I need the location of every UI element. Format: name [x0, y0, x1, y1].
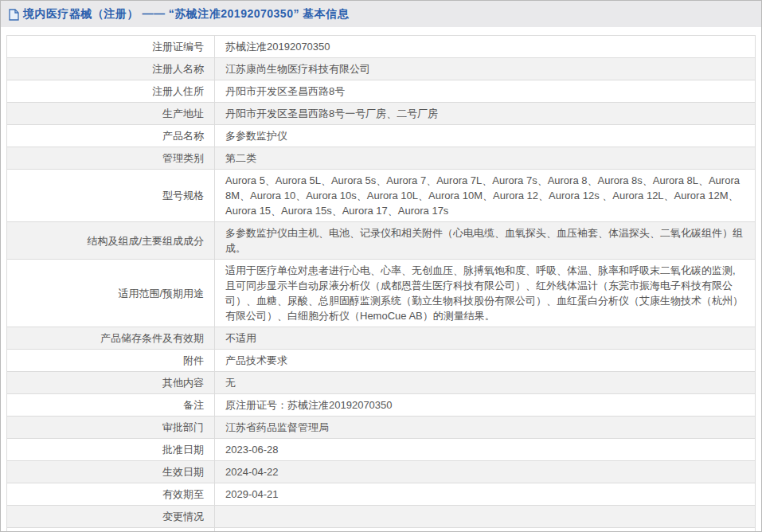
row-value: 江苏康尚生物医疗科技有限公司: [215, 58, 756, 80]
row-value-text: 苏械注准20192070350: [225, 41, 330, 53]
row-label-text: 有效期至: [162, 488, 204, 500]
row-value-text: 2024-04-22: [225, 466, 279, 478]
row-value-text: 多参数监护仪: [225, 130, 287, 142]
row-value: 产品技术要求: [215, 350, 756, 372]
table-row: 生产地址丹阳市开发区圣昌西路8号一号厂房、二号厂房: [7, 103, 756, 125]
row-label: 型号规格: [7, 170, 215, 222]
row-value: 不适用: [215, 327, 756, 350]
row-label: 适用范围/预期用途: [7, 260, 215, 327]
table-row: 注册人名称江苏康尚生物医疗科技有限公司: [7, 58, 756, 80]
row-label: 注册人名称: [7, 58, 215, 80]
row-value-text: 丹阳市开发区圣昌西路8号: [225, 85, 345, 97]
row-label-text: 注册人名称: [152, 63, 204, 75]
row-value: 苏械注准20192070350: [215, 36, 756, 58]
row-label: 附件: [7, 350, 215, 372]
table-row: 产品名称多参数监护仪: [7, 125, 756, 147]
row-label-text: 型号规格: [162, 190, 204, 201]
row-label: 注册人住所: [7, 80, 215, 103]
table-row: 注册人住所丹阳市开发区圣昌西路8号: [7, 80, 756, 103]
row-value-text: 2023-06-28: [225, 444, 279, 456]
row-label-text: 生产地址: [162, 108, 204, 119]
row-label-text: 审批部门: [162, 421, 204, 433]
table-row: 生效日期2024-04-22: [7, 461, 756, 483]
row-label: 产品名称: [7, 125, 215, 147]
row-value: 多参数监护仪: [215, 125, 756, 147]
document-icon: [9, 9, 19, 21]
row-value: 无: [215, 372, 756, 394]
row-value-text: 不适用: [225, 332, 256, 344]
row-value: 第二类: [215, 147, 756, 170]
row-value: Aurora 5、Aurora 5L、Aurora 5s、Aurora 7、Au…: [215, 170, 756, 222]
table-row: 有效期至2029-04-21: [7, 483, 756, 506]
row-value-text: 多参数监护仪由主机、电池、记录仪和相关附件（心电电缆、血氧探头、血压袖套、体温探…: [225, 227, 743, 254]
row-value: 适用于医疗单位对患者进行心电、心率、无创血压、脉搏氧饱和度、呼吸、体温、脉率和呼…: [215, 260, 756, 327]
row-label-text: 结构及组成/主要组成成分: [87, 235, 204, 247]
row-value: 丹阳市开发区圣昌西路8号: [215, 80, 756, 103]
row-value: 2024-04-22: [215, 461, 756, 483]
table-row: 审批部门江苏省药品监督管理局: [7, 417, 756, 439]
row-label: 产品储存条件及有效期: [7, 327, 215, 350]
row-label: 生效日期: [7, 461, 215, 483]
row-label: 管理类别: [7, 147, 215, 170]
row-value: [215, 506, 756, 528]
row-value: 详情: [215, 528, 756, 532]
row-value: 江苏省药品监督管理局: [215, 417, 756, 439]
info-table: 注册证编号苏械注准20192070350注册人名称江苏康尚生物医疗科技有限公司注…: [6, 35, 756, 532]
table-row: 产品储存条件及有效期不适用: [7, 327, 756, 350]
row-label-text: 管理类别: [162, 152, 204, 164]
table-row: 型号规格Aurora 5、Aurora 5L、Aurora 5s、Aurora …: [7, 170, 756, 222]
row-value: 2023-06-28: [215, 439, 756, 461]
row-label: 审批部门: [7, 417, 215, 439]
row-label: 注册证编号: [7, 36, 215, 58]
table-row: 结构及组成/主要组成成分多参数监护仪由主机、电池、记录仪和相关附件（心电电缆、血…: [7, 222, 756, 260]
row-value-text: 适用于医疗单位对患者进行心电、心率、无创血压、脉搏氧饱和度、呼吸、体温、脉率和呼…: [225, 264, 743, 322]
row-label-text: 其他内容: [162, 377, 204, 389]
registration-info-page: 境内医疗器械（注册） —— “苏械注准20192070350” 基本信息 注册证…: [0, 0, 762, 532]
table-row: 变更情况: [7, 506, 756, 528]
title-bar: 境内医疗器械（注册） —— “苏械注准20192070350” 基本信息: [1, 1, 761, 27]
row-label: 有效期至: [7, 483, 215, 506]
row-label: 批准日期: [7, 439, 215, 461]
row-label: 注: [7, 528, 215, 532]
page-title: 境内医疗器械（注册） —— “苏械注准20192070350” 基本信息: [23, 7, 349, 22]
row-label-text: 注册证编号: [152, 41, 204, 53]
row-value-text: 2029-04-21: [225, 488, 279, 500]
row-label-text: 批准日期: [162, 444, 204, 456]
row-value-text: 原注册证号：苏械注准20192070350: [225, 399, 393, 411]
row-label-text: 备注: [183, 399, 204, 411]
row-value-text: Aurora 5、Aurora 5L、Aurora 5s、Aurora 7、Au…: [225, 174, 740, 217]
row-label: 变更情况: [7, 506, 215, 528]
table-row: 批准日期2023-06-28: [7, 439, 756, 461]
table-row: 注册证编号苏械注准20192070350: [7, 36, 756, 58]
row-value-text: 江苏省药品监督管理局: [225, 421, 329, 433]
table-row: 附件产品技术要求: [7, 350, 756, 372]
row-value-text: 产品技术要求: [225, 354, 287, 366]
row-label-text: 附件: [183, 354, 204, 366]
row-label-text: 产品名称: [162, 130, 204, 142]
row-label: 结构及组成/主要组成成分: [7, 222, 215, 260]
row-value: 原注册证号：苏械注准20192070350: [215, 394, 756, 417]
table-row: 管理类别第二类: [7, 147, 756, 170]
row-label-text: 注册人住所: [152, 85, 204, 97]
row-label-text: 生效日期: [162, 466, 204, 478]
row-value: 丹阳市开发区圣昌西路8号一号厂房、二号厂房: [215, 103, 756, 125]
row-label-text: 变更情况: [162, 510, 204, 522]
row-value-text: 无: [225, 377, 236, 389]
row-label: 生产地址: [7, 103, 215, 125]
row-value: 多参数监护仪由主机、电池、记录仪和相关附件（心电电缆、血氧探头、血压袖套、体温探…: [215, 222, 756, 260]
row-value: 2029-04-21: [215, 483, 756, 506]
table-row: 注详情: [7, 528, 756, 532]
row-value-text: 江苏康尚生物医疗科技有限公司: [225, 63, 370, 75]
row-value-text: 第二类: [225, 152, 256, 164]
row-label: 备注: [7, 394, 215, 417]
table-row: 备注原注册证号：苏械注准20192070350: [7, 394, 756, 417]
row-label-text: 适用范围/预期用途: [118, 288, 204, 299]
row-label-text: 产品储存条件及有效期: [100, 332, 204, 344]
row-value-text: 丹阳市开发区圣昌西路8号一号厂房、二号厂房: [225, 108, 438, 119]
row-label: 其他内容: [7, 372, 215, 394]
table-row: 适用范围/预期用途适用于医疗单位对患者进行心电、心率、无创血压、脉搏氧饱和度、呼…: [7, 260, 756, 327]
table-row: 其他内容无: [7, 372, 756, 394]
